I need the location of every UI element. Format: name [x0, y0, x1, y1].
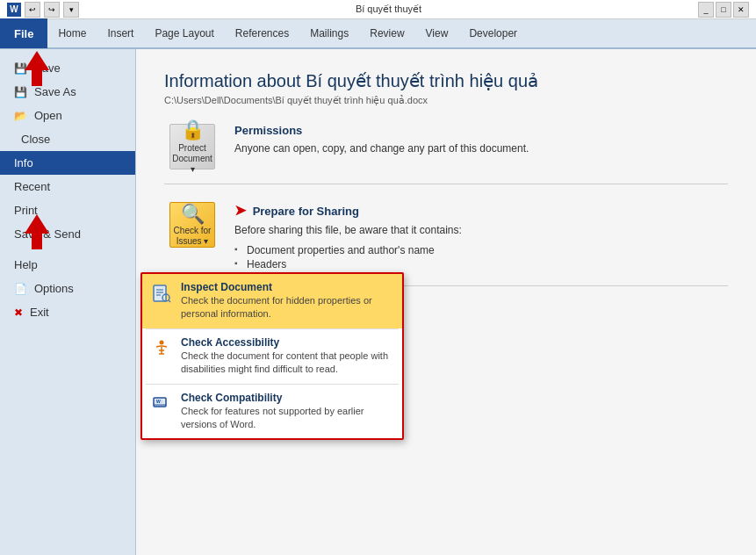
sidebar-item-help[interactable]: Help: [0, 253, 135, 277]
protect-document-button[interactable]: 🔒 ProtectDocument ▾: [169, 124, 215, 169]
sidebar-item-save[interactable]: 💾 Save: [0, 56, 135, 80]
sidebar-item-save-as[interactable]: 💾 Save As: [0, 80, 135, 104]
content-area: Information about Bí quyết thuyết trình …: [136, 49, 756, 555]
tab-developer[interactable]: Developer: [458, 18, 528, 48]
tab-review[interactable]: Review: [359, 18, 414, 48]
check-accessibility-text: Check Accessibility Check the document f…: [181, 336, 393, 377]
maximize-button[interactable]: □: [716, 2, 731, 18]
inspect-document-text: Inspect Document Check the document for …: [181, 281, 393, 321]
tab-insert[interactable]: Insert: [97, 18, 144, 48]
svg-line-5: [169, 300, 170, 302]
page-title: Information about Bí quyết thuyết trình …: [164, 70, 728, 91]
sharing-content: ➤ Prepare for Sharing Before sharing thi…: [234, 202, 728, 271]
sidebar-item-save-send[interactable]: Save & Send: [0, 222, 135, 246]
inspect-document-desc: Check the document for hidden properties…: [181, 294, 393, 321]
check-issues-wrap: 🔍 Check forIssues ▾: [164, 202, 220, 271]
arrow-right-icon: ➤: [234, 203, 246, 218]
file-path: C:\Users\Dell\Documents\Bí quyết thuyết …: [164, 95, 728, 106]
ribbon: File Home Insert Page Layout References …: [0, 19, 756, 49]
tab-mailings[interactable]: Mailings: [299, 18, 359, 48]
word-icon: W: [7, 3, 21, 17]
check-accessibility-title: Check Accessibility: [181, 336, 393, 349]
sharing-list-item: Document properties and author's name: [234, 243, 728, 257]
sharing-list: Document properties and author's name He…: [234, 243, 728, 271]
check-issues-dropdown: Inspect Document Check the document for …: [140, 272, 404, 440]
protect-document-wrap: 🔒 ProtectDocument ▾: [164, 124, 220, 169]
sidebar-item-info[interactable]: Info: [0, 151, 135, 175]
sidebar-item-print[interactable]: Print: [0, 198, 135, 222]
permissions-title: Permissions: [234, 124, 728, 137]
undo-button[interactable]: ↩: [25, 2, 40, 18]
inspect-icon: [151, 283, 172, 304]
tab-page-layout[interactable]: Page Layout: [144, 18, 224, 48]
inspect-document-title: Inspect Document: [181, 281, 393, 293]
sidebar: 💾 Save 💾 Save As 📂 Open Close Info Recen…: [0, 49, 136, 555]
tab-view[interactable]: View: [415, 18, 459, 48]
svg-text:W: W: [156, 399, 161, 404]
permissions-section: 🔒 ProtectDocument ▾ Permissions Anyone c…: [164, 124, 728, 184]
document-title: Bí quyết thuyết: [356, 4, 421, 15]
inspect-document-item[interactable]: Inspect Document Check the document for …: [142, 274, 402, 328]
title-bar-left: W ↩ ↪ ▾: [7, 2, 79, 18]
compatibility-icon: W: [151, 393, 172, 414]
sharing-title: ➤ Prepare for Sharing: [234, 202, 728, 219]
protect-document-label: ProtectDocument ▾: [170, 143, 214, 175]
sidebar-item-recent[interactable]: Recent: [0, 175, 135, 198]
customize-button[interactable]: ▾: [63, 2, 79, 18]
svg-point-6: [160, 340, 164, 344]
sidebar-item-open[interactable]: 📂 Open: [0, 104, 135, 127]
tab-references[interactable]: References: [225, 18, 299, 48]
check-compatibility-title: Check Compatibility: [181, 392, 393, 404]
check-compatibility-item[interactable]: W Check Compatibility Check for features…: [142, 385, 402, 439]
lock-icon: 🔒: [181, 119, 205, 141]
redo-button[interactable]: ↪: [44, 2, 60, 18]
sharing-desc: Before sharing this file, be aware that …: [234, 222, 728, 238]
accessibility-icon: [151, 338, 172, 359]
check-compatibility-text: Check Compatibility Check for features n…: [181, 392, 393, 432]
tab-home[interactable]: Home: [47, 18, 97, 48]
title-bar: W ↩ ↪ ▾ Bí quyết thuyết _ □ ✕: [0, 0, 756, 19]
sharing-list-item: Headers: [234, 257, 728, 271]
sidebar-item-close[interactable]: Close: [0, 127, 135, 151]
sidebar-item-exit[interactable]: ✖ Exit: [0, 300, 135, 324]
check-issues-label: Check forIssues ▾: [174, 226, 212, 247]
permissions-desc: Anyone can open, copy, and change any pa…: [234, 141, 728, 156]
magnify-icon: 🔍: [181, 203, 205, 226]
permissions-content: Permissions Anyone can open, copy, and c…: [234, 124, 728, 169]
svg-rect-0: [154, 285, 166, 301]
minimize-button[interactable]: _: [698, 2, 714, 18]
file-tab[interactable]: File: [0, 18, 47, 48]
window-controls: _ □ ✕: [698, 2, 749, 18]
sidebar-item-options[interactable]: 📄 Options: [0, 277, 135, 300]
check-accessibility-item[interactable]: Check Accessibility Check the document f…: [142, 329, 402, 384]
check-issues-button[interactable]: 🔍 Check forIssues ▾: [169, 202, 215, 248]
check-accessibility-desc: Check the document for content that peop…: [181, 350, 393, 377]
check-compatibility-desc: Check for features not supported by earl…: [181, 405, 393, 432]
main-area: 💾 Save 💾 Save As 📂 Open Close Info Recen…: [0, 49, 756, 555]
close-button[interactable]: ✕: [733, 2, 749, 18]
